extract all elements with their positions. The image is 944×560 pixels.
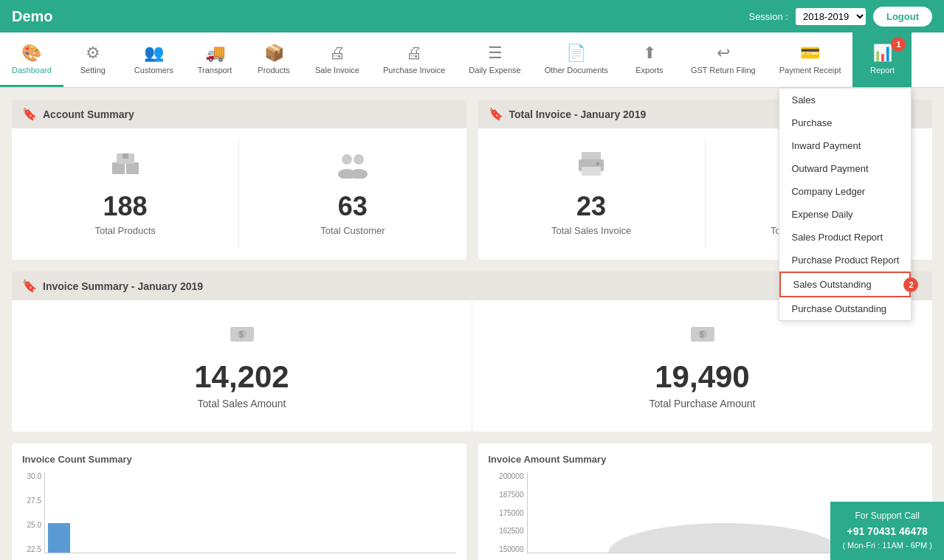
- support-hours: ( Mon-Fri : 11AM - 6PM ): [842, 539, 932, 553]
- nav-products-label: Products: [258, 66, 289, 75]
- people-icon: [337, 152, 369, 185]
- invoice-count-chart-plot: [44, 472, 456, 553]
- nav-daily-expense[interactable]: Daily Expense: [457, 32, 532, 87]
- y-label-162500: 162500: [489, 527, 524, 535]
- nav-customers[interactable]: Customers: [123, 32, 185, 87]
- customers-icon: [144, 44, 164, 63]
- svg-rect-8: [582, 152, 601, 159]
- support-phone: +91 70431 46478: [842, 523, 932, 539]
- total-sales-amount-label: Total Sales Amount: [198, 398, 286, 409]
- dropdown-sales[interactable]: Sales: [779, 89, 911, 111]
- svg-point-5: [354, 154, 364, 165]
- y-label-25: 25.0: [22, 521, 41, 529]
- invoice-amount-y-labels: 200000 187500 175000 162500 150000: [489, 472, 527, 553]
- nav-expense-label: Daily Expense: [469, 66, 520, 75]
- nav-gst-label: GST Return Filing: [691, 66, 756, 75]
- account-summary-card: 🔖 Account Summary 188 Total Products 63: [12, 100, 466, 260]
- total-products-value: 188: [103, 191, 148, 222]
- support-title: For Support Call: [842, 509, 932, 523]
- total-invoice-title: Total Invoice - January 2019: [509, 108, 647, 120]
- nav-payment-receipt[interactable]: Payment Receipt: [768, 32, 853, 87]
- invoice-amount-chart-title: Invoice Amount Summary: [489, 454, 923, 465]
- purchase-icon: [406, 44, 422, 63]
- nav-sale-invoice[interactable]: Sale Invoice: [303, 32, 371, 87]
- invoice-count-chart-card: Invoice Count Summary 30.0 27.5 25.0 22.…: [12, 443, 466, 560]
- nav-transport[interactable]: Transport: [185, 32, 244, 87]
- bar-1: [48, 523, 70, 553]
- expense-icon: [488, 44, 503, 63]
- header-right: Session : 2018-2019 2017-2018 2016-2017 …: [748, 7, 932, 27]
- total-purchase-amount-value: 19,490: [655, 359, 749, 395]
- invoice-count-y-labels: 30.0 27.5 25.0 22.5: [22, 472, 44, 553]
- dashboard-icon: [21, 44, 41, 63]
- total-invoice-icon: 🔖: [489, 107, 503, 121]
- svg-rect-3: [123, 153, 128, 159]
- nav-gst-return[interactable]: GST Return Filing: [679, 32, 768, 87]
- nav-exports[interactable]: Exports: [620, 32, 679, 87]
- y-label-225: 22.5: [22, 545, 41, 553]
- svg-text:$: $: [700, 331, 704, 339]
- nav-setting-label: Setting: [80, 66, 106, 75]
- svg-rect-1: [126, 162, 139, 174]
- session-label: Session :: [748, 11, 788, 22]
- printer-icon-1: [577, 152, 605, 185]
- total-sales-invoice-value: 23: [576, 191, 606, 222]
- bottom-charts-row: Invoice Count Summary 30.0 27.5 25.0 22.…: [12, 443, 932, 560]
- account-summary-icon: 🔖: [22, 107, 37, 121]
- dropdown-sales-outstanding[interactable]: Sales Outstanding 2: [779, 272, 911, 297]
- y-label-30: 30.0: [22, 472, 41, 480]
- dropdown-inward-payment[interactable]: Inward Payment: [779, 134, 911, 157]
- svg-point-22: [608, 523, 841, 553]
- support-widget: For Support Call +91 70431 46478 ( Mon-F…: [830, 502, 944, 560]
- y-label-200000: 200000: [489, 472, 524, 480]
- navbar: Dashboard Setting Customers Transport Pr…: [0, 32, 944, 88]
- nav-payment-label: Payment Receipt: [779, 66, 841, 75]
- report-icon: [872, 44, 892, 63]
- invoice-summary-icon: 🔖: [22, 279, 37, 293]
- money-icon-1: $: [229, 322, 255, 352]
- nav-dashboard[interactable]: Dashboard: [0, 32, 63, 87]
- exports-icon: [643, 44, 656, 63]
- nav-other-label: Other Documents: [545, 66, 608, 75]
- y-label-175000: 175000: [489, 509, 524, 517]
- app-title: Demo: [12, 8, 53, 25]
- dropdown-daily-expense[interactable]: Expense Daily: [779, 203, 911, 226]
- invoice-count-chart-title: Invoice Count Summary: [22, 454, 456, 465]
- session-select[interactable]: 2018-2019 2017-2018 2016-2017: [796, 8, 866, 25]
- total-purchase-amount-label: Total Purchase Amount: [650, 398, 756, 409]
- money-icon-2: $: [689, 322, 716, 352]
- nav-report[interactable]: Report 1 Sales Purchase Inward Payment O…: [852, 32, 912, 87]
- total-sales-invoice-label: Total Sales Invoice: [551, 225, 631, 236]
- dropdown-sales-product-report[interactable]: Sales Product Report: [779, 226, 911, 249]
- boxes-icon: [111, 152, 140, 185]
- y-label-275: 27.5: [22, 497, 41, 505]
- transport-icon: [205, 44, 225, 63]
- dropdown-purchase[interactable]: Purchase: [779, 111, 911, 134]
- total-customer-stat: 63 Total Customer: [239, 140, 466, 248]
- report-badge: 1: [891, 37, 906, 52]
- nav-report-label: Report: [870, 66, 895, 75]
- account-summary-body: 188 Total Products 63 Total Customer: [12, 128, 466, 260]
- total-products-label: Total Products: [94, 225, 155, 236]
- dropdown-purchase-product-report[interactable]: Purchase Product Report: [779, 249, 911, 272]
- dropdown-outward-payment[interactable]: Outward Payment: [779, 157, 911, 180]
- y-label-150000: 150000: [489, 545, 524, 553]
- nav-sale-label: Sale Invoice: [315, 66, 359, 75]
- dropdown-company-ledger[interactable]: Company Ledger: [779, 180, 911, 203]
- svg-text:$: $: [239, 331, 244, 339]
- total-sales-amount-stat: $ 14,202 Total Sales Amount: [12, 300, 472, 432]
- invoice-summary-title: Invoice Summary - January 2019: [43, 280, 203, 292]
- logout-button[interactable]: Logout: [873, 7, 932, 27]
- products-icon: [264, 44, 284, 63]
- nav-dashboard-label: Dashboard: [12, 66, 52, 75]
- nav-products[interactable]: Products: [244, 32, 303, 87]
- nav-setting[interactable]: Setting: [63, 32, 123, 87]
- nav-purchase-invoice[interactable]: Purchase Invoice: [371, 32, 457, 87]
- other-icon: [566, 44, 586, 63]
- nav-other-documents[interactable]: Other Documents: [533, 32, 620, 87]
- svg-rect-11: [596, 162, 599, 165]
- dropdown-purchase-outstanding[interactable]: Purchase Outstanding: [779, 297, 911, 320]
- total-sales-amount-value: 14,202: [194, 359, 289, 395]
- payment-icon: [800, 44, 820, 63]
- svg-point-4: [342, 154, 352, 165]
